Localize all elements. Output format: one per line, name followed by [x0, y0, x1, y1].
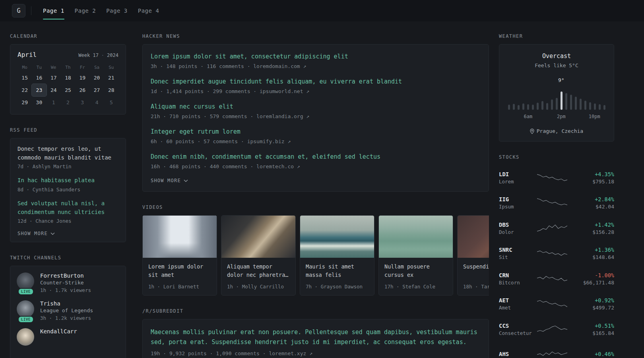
- weather-time-label: 6am: [524, 114, 533, 119]
- video-title[interactable]: Lorem ipsum dolor sit amet consectetu…: [148, 263, 211, 280]
- calendar-day: 19: [75, 72, 89, 84]
- show-more-button[interactable]: SHOW MORE: [17, 231, 118, 236]
- subreddit-post-title[interactable]: Maecenas mollis pulvinar erat non posuer…: [151, 327, 481, 347]
- calendar-day: 3: [75, 96, 89, 109]
- right-column: WEATHER Overcast Feels like 5°C 9° 6am2p…: [499, 33, 614, 358]
- twitch-channel-row[interactable]: LIVETrishaLeague of Legends3h · 1.2k vie…: [17, 300, 119, 321]
- stock-values: +2.84%$42.04: [567, 196, 614, 210]
- stock-price: $148.64: [567, 254, 614, 260]
- avatar: [17, 272, 34, 290]
- calendar-month: April: [17, 51, 37, 58]
- stock-row: CRNBitcorn-1.00%$66,171.48: [499, 266, 614, 292]
- tab-page-1[interactable]: Page 1: [38, 0, 70, 21]
- weather-location: Prague, Czechia: [506, 128, 607, 134]
- chevron-down-icon: [50, 232, 55, 235]
- stock-sparkline: [537, 172, 567, 184]
- tab-page-2[interactable]: Page 2: [70, 0, 101, 21]
- video-card[interactable]: Nullam posuere cursus ex17h · Stefan Col…: [378, 215, 453, 296]
- video-title[interactable]: Aliquam tempor dolor nec pharetra…: [227, 263, 290, 280]
- stock-ticker: LDI: [499, 171, 537, 177]
- stock-row: AHS+0.46%: [499, 342, 614, 358]
- rss-item: In hac habitasse platea8d · Cynthia Saun…: [17, 176, 118, 193]
- stock-info: AHS: [499, 351, 537, 358]
- hackernews-item-domain-link[interactable]: ipsumify.biz ↗: [247, 138, 291, 144]
- weather-bar: [594, 103, 596, 110]
- video-title[interactable]: Nullam posuere cursus ex: [384, 263, 447, 280]
- hackernews-item-domain-link[interactable]: ipsumworld.net ↗: [260, 88, 309, 94]
- hackernews-item-title[interactable]: Aliquam nec cursus elit: [151, 103, 481, 111]
- hackernews-item-title[interactable]: Lorem ipsum dolor sit amet, consectetur …: [151, 53, 481, 61]
- twitch-channel-row[interactable]: KendallCarr: [17, 328, 119, 346]
- weather-bar: [537, 103, 539, 110]
- live-badge: LIVE: [18, 316, 34, 323]
- video-card[interactable]: Mauris sit amet massa felis7h · Grayson …: [300, 215, 374, 296]
- subreddit-widget-title: /R/SUBREDDIT: [142, 308, 489, 314]
- video-thumbnail: [300, 216, 374, 258]
- hackernews-item-title[interactable]: Donec enim nibh, condimentum et accumsan…: [151, 153, 481, 161]
- chevron-down-icon: [184, 179, 188, 182]
- video-card[interactable]: Suspendisse diam18h · Tara: [457, 215, 489, 296]
- twitch-widget-title: TWITCH CHANNELS: [10, 255, 126, 261]
- stock-values: +4.35%$795.18: [567, 171, 614, 185]
- hackernews-item-meta-text: 21h · 710 points · 579 comments ·: [151, 113, 256, 119]
- stock-change: +0.51%: [567, 323, 614, 329]
- hackernews-item-domain-link[interactable]: loremtech.co ↗: [256, 163, 300, 169]
- stock-info: DBSDolor: [499, 222, 537, 235]
- rss-item-title[interactable]: In hac habitasse platea: [17, 176, 118, 185]
- stock-row: IIGIpsum+2.84%$42.04: [499, 191, 614, 216]
- twitch-channel-name: KendallCarr: [40, 328, 77, 335]
- rss-item-title[interactable]: Sed volutpat nulla nisl, a condimentum n…: [17, 199, 118, 216]
- calendar-day: 28: [104, 84, 118, 96]
- stock-sparkline: [537, 273, 567, 285]
- app-logo[interactable]: G: [12, 4, 25, 18]
- separator-dot: ·: [101, 53, 104, 58]
- stock-name: Amet: [499, 305, 537, 311]
- weather-card: Overcast Feels like 5°C 9° 6am2pm10pm Pr…: [499, 44, 614, 142]
- stock-change: +2.84%: [567, 196, 614, 202]
- tab-page-3[interactable]: Page 3: [101, 0, 133, 21]
- show-more-button[interactable]: SHOW MORE: [151, 178, 481, 183]
- calendar-day-name: Mo: [17, 65, 32, 70]
- hackernews-item: Integer eget rutrum lorem6h · 60 points …: [151, 128, 481, 144]
- video-card[interactable]: Lorem ipsum dolor sit amet consectetu…1h…: [142, 215, 217, 296]
- rss-item: Donec tempor eros leo, ut commodo mauris…: [17, 145, 118, 169]
- subreddit-post-meta-text: 19h · 9,932 points · 1,090 comments ·: [151, 350, 266, 356]
- subreddit-post-domain-link[interactable]: loremnet.xyz ↗: [269, 350, 312, 356]
- weather-bar: [599, 104, 601, 110]
- weather-hourly-chart: 9°: [506, 77, 607, 110]
- weather-bar: [518, 105, 520, 110]
- weather-bars: [506, 89, 607, 110]
- twitch-avatar-wrap: LIVE: [17, 272, 35, 293]
- subreddit-widget: /R/SUBREDDIT Maecenas mollis pulvinar er…: [142, 308, 489, 358]
- hackernews-item-meta-text: 3h · 148 points · 116 comments ·: [151, 63, 253, 69]
- video-card[interactable]: Aliquam tempor dolor nec pharetra…1h · M…: [221, 215, 296, 296]
- hackernews-item-domain-link[interactable]: loremlandia.org ↗: [256, 113, 309, 119]
- hackernews-widget-title: HACKER NEWS: [142, 33, 489, 39]
- twitch-channel-name: Trisha: [40, 300, 93, 307]
- calendar-day: 1: [47, 96, 61, 109]
- stock-name: Dolor: [499, 229, 537, 235]
- calendar-day: 20: [89, 72, 104, 84]
- weather-bar: [584, 101, 586, 110]
- video-title[interactable]: Mauris sit amet massa felis: [306, 263, 369, 280]
- stock-info: SNRCSit: [499, 247, 537, 260]
- stock-change: +0.46%: [567, 351, 614, 357]
- avatar: [17, 328, 34, 346]
- stock-sparkline: [537, 348, 567, 358]
- weather-bar: [580, 99, 582, 110]
- twitch-channel-row[interactable]: LIVEForrestBurtonCounter-Strike1h · 1.7k…: [17, 272, 119, 293]
- video-card-body: Nullam posuere cursus ex17h · Stefan Col…: [379, 258, 453, 295]
- rss-item-title[interactable]: Donec tempor eros leo, ut commodo mauris…: [17, 145, 118, 162]
- weather-bar: [541, 101, 543, 110]
- hackernews-item: Aliquam nec cursus elit21h · 710 points …: [151, 103, 481, 119]
- video-title[interactable]: Suspendisse diam: [463, 263, 489, 280]
- hackernews-item-title[interactable]: Donec imperdiet augue tincidunt felis al…: [151, 78, 481, 86]
- hackernews-item-title[interactable]: Integer eget rutrum lorem: [151, 128, 481, 136]
- stock-info: AETAmet: [499, 297, 537, 311]
- stocks-widget: STOCKS LDILorem+4.35%$795.18IIGIpsum+2.8…: [499, 154, 614, 358]
- tab-page-4[interactable]: Page 4: [133, 0, 165, 21]
- weather-bar: [532, 105, 534, 110]
- hackernews-item-meta: 1d · 1,414 points · 299 comments · ipsum…: [151, 88, 481, 94]
- hackernews-item-domain-link[interactable]: loremdomain.com ↗: [253, 63, 306, 69]
- stock-info: CCSConsectetur: [499, 323, 537, 336]
